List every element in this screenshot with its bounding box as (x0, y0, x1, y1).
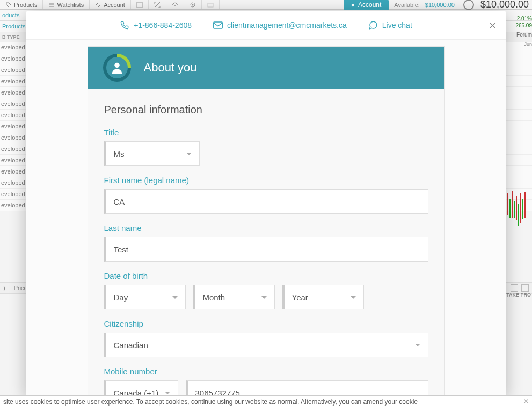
cookie-text: site uses cookies to optimise user exper… (3, 398, 418, 406)
card-title: About you (144, 61, 197, 75)
price-tab[interactable]: Price (14, 285, 27, 291)
take-profit-header: TAKE PRO (506, 292, 531, 298)
svg-point-2 (192, 4, 193, 5)
tool-icon-4[interactable] (184, 0, 202, 9)
last-name-input[interactable] (104, 237, 428, 262)
field-last-name: Last name (104, 223, 428, 262)
chevron-down-icon (186, 153, 192, 155)
list-icon (48, 2, 55, 8)
citizenship-value: Canadian (114, 341, 148, 350)
chevron-down-icon (165, 392, 170, 394)
price-change: 265.09 (515, 22, 532, 29)
tool-icon-1[interactable] (131, 0, 149, 9)
mobile-code-select[interactable]: Canada (+1) (104, 380, 178, 397)
close-icon[interactable]: ✕ (489, 20, 497, 32)
phone-icon (120, 20, 129, 30)
first-name-label: First name (legal name) (104, 176, 428, 185)
phone-number: +1-866-884-2608 (134, 21, 192, 30)
chevron-down-icon (261, 296, 267, 299)
nav-account[interactable]: Account (90, 0, 131, 9)
field-mobile: Mobile number Canada (+1) (104, 367, 428, 397)
field-title: Title Ms (104, 128, 428, 166)
tag-icon (5, 2, 12, 8)
available-label: Available: (389, 2, 425, 8)
account-tab[interactable]: ●Account (344, 0, 389, 10)
mobile-label: Mobile number (104, 367, 428, 376)
dob-year-value: Year (292, 293, 308, 302)
phone-contact[interactable]: +1-866-884-2608 (120, 20, 192, 30)
chat-icon (368, 20, 378, 30)
svg-rect-4 (214, 22, 223, 28)
chart-tool-2[interactable] (521, 284, 529, 292)
quote-panel: 2.01% 265.09 Forum Jun (515, 15, 532, 48)
card-header: About you (88, 47, 444, 89)
candlestick-chart (505, 188, 532, 242)
svg-rect-3 (208, 3, 213, 7)
form-content: Personal information Title Ms First name… (88, 89, 444, 397)
first-name-input[interactable] (104, 189, 428, 214)
mobile-number-input[interactable] (186, 380, 428, 397)
account-modal: +1-866-884-2608 clientmanagement@cmcmark… (26, 11, 506, 397)
progress-ring (103, 54, 131, 82)
field-first-name: First name (legal name) (104, 176, 428, 214)
title-select[interactable]: Ms (104, 141, 200, 166)
modal-body: About you Personal information Title Ms … (26, 40, 506, 397)
side-tab-cut: oducts (2, 12, 19, 18)
expand-icon (154, 2, 161, 8)
education-icon (172, 2, 178, 8)
email-address: clientmanagement@cmcmarkets.ca (227, 21, 347, 30)
person-icon (110, 60, 125, 75)
pct-change: 2.01% (515, 15, 532, 22)
background-toolbar: Products Watchlists Account ●Account Ava… (0, 0, 532, 10)
nav-watchlists-label: Watchlists (57, 2, 84, 8)
folder-icon (207, 2, 214, 8)
gear-icon (190, 2, 196, 8)
chevron-down-icon (172, 296, 178, 299)
dob-day-select[interactable]: Day (104, 285, 186, 309)
forum-link[interactable]: Forum (515, 31, 532, 38)
citizenship-label: Citizenship (104, 319, 428, 328)
chevron-down-icon (415, 344, 420, 346)
nav-watchlists[interactable]: Watchlists (43, 0, 90, 9)
account-tab-label: Account (358, 1, 381, 9)
cookie-banner: site uses cookies to optimise user exper… (0, 395, 532, 412)
dob-month-select[interactable]: Month (193, 285, 275, 309)
dob-label: Date of birth (104, 271, 428, 280)
email-contact[interactable]: clientmanagement@cmcmarkets.ca (213, 20, 347, 30)
chart-tool-1[interactable] (511, 284, 518, 292)
chevron-down-icon (351, 296, 356, 299)
balance-value: $10,000.00 (477, 0, 532, 10)
dob-day-value: Day (114, 293, 128, 302)
title-value: Ms (114, 149, 125, 158)
last-name-label: Last name (104, 223, 428, 233)
form-card: About you Personal information Title Ms … (88, 46, 445, 397)
chat-contact[interactable]: Live chat (368, 20, 412, 30)
field-dob: Date of birth Day Month Year (104, 271, 428, 309)
tool-icon-2[interactable] (149, 0, 166, 9)
nav-products-label: Products (14, 2, 37, 8)
title-label: Title (104, 128, 428, 137)
nav-account-label: Account (104, 2, 125, 8)
dob-month-value: Month (203, 293, 225, 302)
dob-year-select[interactable]: Year (282, 285, 364, 309)
tab-marker: ) (3, 285, 5, 291)
tool-icon-5[interactable] (202, 0, 220, 9)
citizenship-select[interactable]: Canadian (104, 333, 428, 357)
calendar-icon (136, 2, 143, 8)
tool-icon-3[interactable] (166, 0, 184, 9)
available-value: $10,000.00 (425, 2, 460, 8)
email-icon (213, 20, 223, 30)
svg-point-5 (114, 63, 119, 68)
cookie-close-icon[interactable]: ✕ (523, 397, 529, 406)
pricetag-icon (95, 2, 101, 8)
modal-header: +1-866-884-2608 clientmanagement@cmcmark… (26, 11, 506, 40)
refresh-icon[interactable] (463, 0, 474, 10)
nav-products[interactable]: Products (0, 0, 43, 9)
section-heading: Personal information (104, 104, 428, 116)
field-citizenship: Citizenship Canadian (104, 319, 428, 357)
svg-rect-0 (137, 2, 142, 8)
chat-label: Live chat (382, 21, 412, 30)
month-label: Jun (515, 41, 532, 48)
